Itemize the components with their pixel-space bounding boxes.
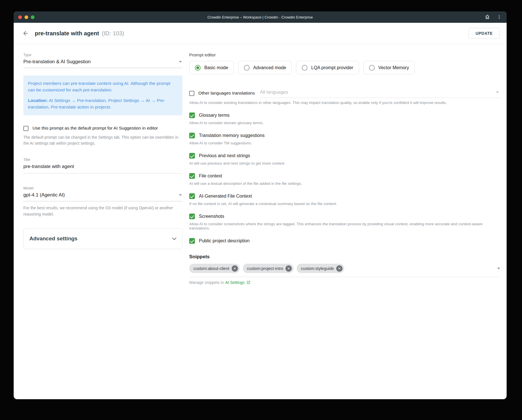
context-option: AI-Generated File Context If no file con… bbox=[189, 193, 500, 206]
model-label: Model bbox=[23, 186, 182, 190]
context-option: Translation memory suggestions Allow AI … bbox=[189, 133, 500, 145]
tab-title: Crowdin Enterprise – Workspace | Crowdin… bbox=[14, 15, 507, 19]
context-option: Previous and next strings AI will use pr… bbox=[189, 153, 500, 165]
type-select[interactable]: Pre-translation & AI Suggestion bbox=[23, 57, 182, 68]
radio-icon bbox=[369, 65, 375, 71]
advanced-settings-label: Advanced settings bbox=[29, 235, 78, 242]
prompt-editor-label: Prompt editor bbox=[189, 52, 500, 58]
page-header: pre-translate with agent (ID: 103) UPDAT… bbox=[14, 23, 507, 44]
chevron-down-icon bbox=[172, 236, 177, 240]
type-value: Pre-translation & AI Suggestion bbox=[23, 59, 91, 65]
other-languages-label: Other languages translations bbox=[198, 91, 255, 96]
model-value: gpt-4.1 (Agentic AI) bbox=[23, 192, 65, 198]
remove-chip-icon[interactable]: ✕ bbox=[336, 265, 342, 272]
checkbox-checked-icon[interactable] bbox=[189, 193, 195, 199]
all-languages-placeholder: All languages bbox=[260, 89, 288, 95]
context-option: Glossary terms Allow AI to consider doma… bbox=[189, 112, 500, 125]
info-location: Location: AI Settings → Pre-translation,… bbox=[28, 97, 178, 110]
model-helper: For the best results, we recommend using… bbox=[23, 205, 182, 217]
checkbox-checked-icon[interactable] bbox=[189, 133, 195, 138]
context-option: File context AI will use a textual descr… bbox=[189, 173, 500, 186]
manage-snippets-prefix: Manage snippets in bbox=[189, 280, 224, 285]
snippet-chip: custom:styleguide ✕ bbox=[297, 264, 344, 273]
context-option: Public project description bbox=[189, 238, 500, 244]
default-prompt-checkbox-row[interactable]: Use this prompt as the default prompt fo… bbox=[23, 126, 182, 131]
extensions-icon[interactable] bbox=[484, 14, 490, 20]
model-select[interactable]: gpt-4.1 (Agentic AI) bbox=[23, 190, 182, 201]
info-paragraph: Project members can pre-translate conten… bbox=[28, 80, 178, 93]
snippet-chip: custom:about-client ✕ bbox=[189, 264, 240, 273]
remove-chip-icon[interactable]: ✕ bbox=[232, 265, 238, 272]
chevron-down-icon bbox=[496, 91, 499, 93]
checkbox-unchecked-icon[interactable] bbox=[189, 91, 194, 96]
snippets-select[interactable]: custom:about-client ✕ custom:project-int… bbox=[189, 264, 500, 277]
title-input[interactable]: pre-translate with agent bbox=[23, 162, 182, 173]
ai-settings-link[interactable]: AI Settings bbox=[225, 280, 244, 285]
maximize-window-icon[interactable] bbox=[31, 15, 34, 19]
checkbox-unchecked-icon[interactable] bbox=[23, 126, 28, 131]
chevron-down-icon bbox=[497, 268, 500, 269]
checkbox-checked-icon[interactable] bbox=[189, 112, 195, 118]
checkbox-checked-icon[interactable] bbox=[189, 214, 195, 219]
snippet-chip: custom:project-intro ✕ bbox=[243, 264, 293, 273]
close-window-icon[interactable] bbox=[18, 15, 22, 19]
prompt-mode-option[interactable]: Vector Memory bbox=[363, 61, 415, 74]
page-title: pre-translate with agent bbox=[35, 30, 99, 37]
other-languages-row: Other languages translations All languag… bbox=[189, 88, 500, 98]
page-id: (ID: 103) bbox=[102, 30, 124, 37]
browser-window: Crowdin Enterprise – Workspace | Crowdin… bbox=[14, 11, 507, 399]
window-controls bbox=[18, 15, 34, 19]
other-languages-helper: Allow AI to consider existing translatio… bbox=[189, 101, 500, 105]
checkbox-checked-icon[interactable] bbox=[189, 173, 195, 179]
prompt-mode-group: Basic mode Advanced mode LQA prompt prov… bbox=[189, 61, 500, 74]
prompt-mode-option[interactable]: Basic mode bbox=[189, 61, 234, 74]
back-button[interactable] bbox=[22, 29, 30, 37]
browser-menu-icon[interactable] bbox=[496, 14, 502, 20]
default-prompt-label: Use this prompt as the default prompt fo… bbox=[32, 126, 158, 131]
snippet-chips: custom:about-client ✕ custom:project-int… bbox=[189, 264, 497, 273]
radio-icon bbox=[244, 65, 250, 71]
minimize-window-icon[interactable] bbox=[25, 15, 28, 19]
info-box: Project members can pre-translate conten… bbox=[23, 75, 182, 115]
checkbox-checked-icon[interactable] bbox=[189, 238, 195, 244]
prompt-mode-option[interactable]: LQA prompt provider bbox=[296, 61, 359, 74]
title-label: Title bbox=[23, 157, 182, 162]
remove-chip-icon[interactable]: ✕ bbox=[286, 265, 292, 272]
radio-icon bbox=[302, 65, 307, 71]
prompt-mode-option[interactable]: Advanced mode bbox=[238, 61, 292, 74]
radio-icon bbox=[195, 65, 201, 71]
browser-titlebar: Crowdin Enterprise – Workspace | Crowdin… bbox=[14, 11, 507, 23]
chevron-down-icon bbox=[179, 194, 182, 196]
checkbox-checked-icon[interactable] bbox=[189, 153, 195, 159]
advanced-settings-toggle[interactable]: Advanced settings bbox=[23, 228, 182, 249]
update-button[interactable]: UPDATE bbox=[468, 28, 500, 39]
context-options-list: Glossary terms Allow AI to consider doma… bbox=[189, 112, 500, 244]
manage-snippets-line: Manage snippets in AI Settings bbox=[189, 280, 500, 285]
context-option: Screenshots Allow AI to consider screens… bbox=[189, 214, 500, 230]
snippets-heading: Snippets bbox=[189, 254, 500, 260]
external-link-icon bbox=[246, 280, 250, 284]
type-label: Type bbox=[23, 53, 182, 57]
all-languages-select[interactable]: All languages bbox=[260, 88, 500, 98]
default-prompt-helper: The default prompt can be changed in the… bbox=[23, 134, 182, 147]
chevron-down-icon bbox=[179, 61, 182, 63]
